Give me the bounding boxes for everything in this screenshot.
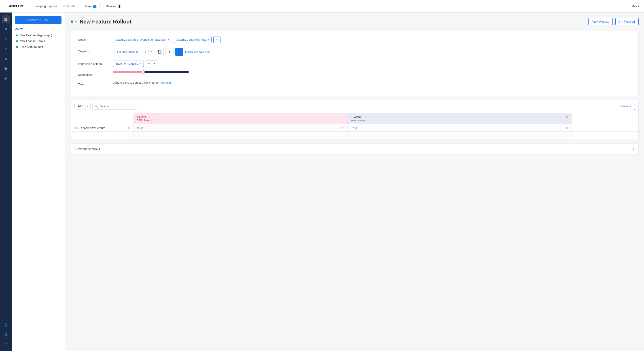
sidebar-item-push-soft-ask[interactable]: Push Soft Ask Test [15,44,62,50]
remove-impression-criteria[interactable]: × [140,62,141,65]
save-target-icon-button[interactable]: 💾 [156,48,164,56]
add-target-arrow[interactable]: ▾ [148,49,154,55]
view-results-button[interactable]: View Results [588,18,613,25]
add-dropdown[interactable]: Add ▾ [74,103,90,110]
remove-group1-value[interactable]: × [566,126,568,130]
target-chip-firsttime: First-time users × [113,49,140,55]
main-content: ▾ New Feature Rollout View Results I'm F… [65,12,644,351]
sidebar-item-users[interactable]: 👤 [2,320,10,329]
control-value: false [137,126,143,130]
group1-label: Group 1 [354,115,364,118]
add-impression-button[interactable]: + [146,60,152,66]
sidebar-item-spark[interactable]: ⚡ [2,74,10,82]
sidebar-item-content[interactable]: ▣ [2,64,10,72]
sidebar-item-flask[interactable]: ⚗ [2,25,10,33]
sidebar-item-new-feature-rollout[interactable]: New Feature Rollout [15,38,62,44]
variants-toolbar: Add ▾ 🔍 + Variant [71,100,638,113]
devices-button[interactable]: Devices 📱 [103,3,124,10]
goals-help-icon[interactable]: ? [86,38,88,41]
distribution-help-icon[interactable]: ? [94,74,95,76]
targets-controls: First-time users × + ▾ 💾 ▾ 👤 Users per d… [113,48,631,56]
sidebar-item-analytics[interactable]: ≡ [2,45,10,53]
targets-label: Targets ? [78,48,109,53]
details-link[interactable]: (details) [160,81,171,84]
app-selector[interactable]: Shopping Express 2126 DAU [31,3,78,10]
user-menu[interactable]: Max ▾ [632,4,640,8]
remove-target[interactable]: × [136,50,138,54]
status-dot [16,46,18,48]
type-label: bool [74,126,79,129]
add-impression-arrow[interactable]: ▾ [152,60,157,66]
active-label: Active [15,28,62,31]
control-label: Control [137,115,146,118]
targets-help-icon[interactable]: ? [88,50,90,53]
target-options-button[interactable]: ▾ [166,48,174,56]
previous-versions-title: Previous versions [75,147,100,151]
param-cell: bool enableNewFeature × [71,124,134,132]
sidebar-item-messages[interactable]: ✉ [2,35,10,43]
group1-q-icon: ? [364,116,366,118]
add-variant-button[interactable]: + Variant [616,102,635,110]
add-arrow-button[interactable]: ▾ [85,103,90,109]
main-layout: ▦ ⚗ ✉ ≡ ⊗ ▣ ⚡ 👤 ⚙ ? Create A/B Test Acti… [0,12,644,351]
team-button[interactable]: Team 👥 [82,3,100,10]
time-controls: 0 more days to detect a 5% change (detai… [113,81,631,84]
chevron-down-icon[interactable]: ▾ [75,20,77,24]
time-help-icon[interactable]: ? [85,83,86,86]
distribution-slider[interactable] [113,71,189,73]
variant-value-cell [572,124,638,132]
remove-param-button[interactable]: × [128,126,130,130]
im-finished-button[interactable]: I'm Finished [616,18,639,25]
sidebar-item-dashboard[interactable]: ▦ [2,15,10,23]
leanplum-logo: LEANPLUM [4,4,24,8]
search-box[interactable]: 🔍 [92,103,137,110]
distribution-controls [113,71,631,73]
slider-right-fill [143,71,189,73]
goals-label: Goals ? [78,36,109,41]
user-icon-button[interactable]: 👤 [175,48,183,56]
distribution-row: Distribution ? [78,71,631,76]
status-dot [16,40,18,42]
sidebar-item-settings[interactable]: ⚙ [2,330,10,338]
add-impression-dropdown[interactable]: + ▾ [146,60,158,67]
sidebar-item-ab-test[interactable]: ⊗ [2,54,10,62]
distribution-label: Distribution ? [78,71,109,76]
impression-criteria-help-icon[interactable]: ? [103,62,104,65]
status-dot [16,34,18,36]
slider-thumb[interactable] [142,70,145,74]
search-input[interactable] [100,105,134,108]
targets-row: Targets ? First-time users × + ▾ 💾 [78,48,631,56]
nav-item-label: New Feature Msg (in-app) [20,34,52,37]
create-ab-test-button[interactable]: Create A/B Test [15,16,62,24]
expand-icon: ▾ [632,147,634,151]
page-header: ▾ New Feature Rollout View Results I'm F… [71,18,639,25]
header-actions: View Results I'm Finished [588,18,639,25]
remove-control-value[interactable]: × [342,126,344,130]
impression-criteria-controls: State Item triggers × + ▾ [113,60,631,67]
variants-table: Control ? 50% of users ? ● [71,113,638,140]
add-target-dropdown[interactable]: + ▾ [142,49,154,55]
control-q-icon: ? [147,116,148,118]
remove-goal-revenue[interactable]: × [168,38,170,41]
app-name: Shopping Express [34,4,57,8]
add-button[interactable]: Add [75,103,85,110]
add-variant-column-header [572,113,638,124]
time-label: Time ? [78,81,109,86]
app: LEANPLUM Shopping Express 2126 DAU Team … [0,0,644,351]
status-indicator [71,20,73,23]
sidebar-item-help[interactable]: ? [2,340,10,348]
time-row: Time ? 0 more days to detect a 5% change… [78,81,631,86]
previous-versions-header[interactable]: Previous versions ▾ [71,144,638,154]
devices-icon: 📱 [118,4,121,8]
sidebar: ▦ ⚗ ✉ ≡ ⊗ ▣ ⚡ 👤 ⚙ ? [0,12,12,351]
slider-track [113,71,189,73]
add-goal-button[interactable]: + [213,36,220,43]
close-group1-button[interactable]: × [566,115,568,119]
control-column-header: Control ? 50% of users ? [134,113,347,124]
previous-versions-section: Previous versions ▾ [71,144,639,155]
control-pct-q: ? [152,119,154,122]
remove-goal-checkout[interactable]: × [207,38,209,41]
add-target-button[interactable]: + [142,49,148,55]
sidebar-item-new-feature-msg[interactable]: New Feature Msg (in-app) [15,32,62,38]
impression-criteria-label: Impression criteria ? [78,60,109,66]
